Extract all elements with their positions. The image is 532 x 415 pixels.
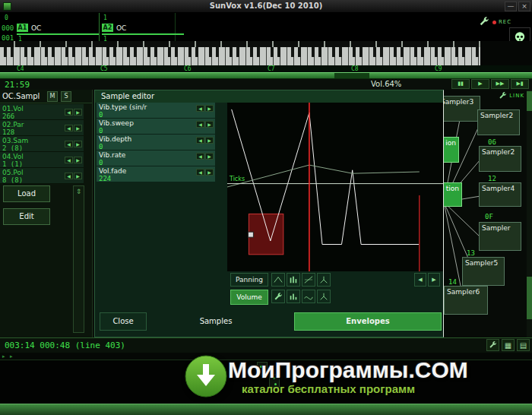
panning-envelope-button[interactable]: Panning (230, 273, 268, 287)
envelope-prev-icon[interactable]: ◀ (414, 273, 426, 287)
edit-button[interactable]: Edit (3, 208, 50, 225)
module-box-sampler[interactable]: Sampler (479, 222, 521, 251)
pattern-grid-icon[interactable]: ▦ (502, 339, 515, 351)
envelope-tool-smooth-icon[interactable] (302, 290, 315, 303)
envelopes-tab[interactable]: Envelopes (294, 312, 442, 331)
pattern-block-a1[interactable]: A1 (17, 24, 28, 32)
close-button[interactable]: × (518, 2, 530, 11)
modules-toolbar[interactable]: LINK (499, 91, 524, 100)
controller-item[interactable]: 05.Pol 8 (8) ◀ ▶ (0, 168, 84, 184)
pattern-sprite[interactable] (257, 362, 268, 375)
decrement-icon[interactable]: ◀ (65, 109, 73, 116)
mark-icon: ▸ (2, 353, 5, 360)
increment-icon[interactable]: ▶ (74, 109, 82, 116)
modules-scrollbar[interactable] (527, 90, 532, 337)
envelope-tool-bars-icon[interactable] (287, 290, 300, 303)
editor-control[interactable]: Vib.sweep 0 ◀ ▶ (97, 119, 215, 135)
envelope-next-icon[interactable]: ▶ (428, 273, 440, 287)
controller-item[interactable]: 03.Sam 2 (8) ◀ ▶ (0, 136, 84, 152)
module-box-selected-partial[interactable]: ion (444, 137, 459, 163)
decrement-icon[interactable]: ◀ (65, 157, 73, 163)
module-box-selected-partial2[interactable]: tion (444, 182, 462, 207)
increment-icon[interactable]: ▶ (74, 141, 82, 147)
envelope-tool-wrench-icon[interactable] (271, 290, 285, 303)
module-box-sampler2-top[interactable]: Sampler2 (477, 109, 520, 135)
increment-icon[interactable]: ▶ (205, 121, 214, 128)
envelope-preset-ramp-icon[interactable] (302, 273, 315, 287)
control-value: 0 (99, 143, 103, 150)
pattern-sprite[interactable] (269, 374, 280, 388)
mute-button[interactable]: M (47, 91, 58, 102)
fast-forward-button[interactable]: ▶▶ (491, 79, 509, 89)
song-pattern-area[interactable] (0, 360, 532, 404)
controller-value: 128 (2, 128, 14, 136)
controller-item[interactable]: 02.Par 128 ◀ ▶ (0, 120, 84, 136)
samples-tab[interactable]: Samples (182, 312, 250, 331)
scroll-thumb[interactable] (527, 91, 532, 111)
wrench-icon[interactable] (477, 15, 491, 27)
increment-icon[interactable]: ▶ (74, 157, 82, 163)
decrement-icon[interactable]: ◀ (65, 173, 73, 179)
play-button[interactable]: ▶ (471, 79, 489, 89)
module-box-sampler2[interactable]: Sampler2 (479, 146, 521, 172)
solo-button[interactable]: S (61, 91, 71, 102)
module-box-sampler5[interactable]: Sampler5 (462, 257, 505, 286)
envelope-graph[interactable]: Ticks (227, 103, 443, 271)
controller-scrollbar[interactable]: ⇕ (73, 185, 84, 333)
wrench-icon[interactable] (486, 339, 499, 351)
editor-control[interactable]: Vib.depth 0 ◀ ▶ (97, 135, 215, 150)
close-editor-button[interactable]: Close (100, 312, 147, 331)
envelope-tool-fork-icon[interactable] (317, 290, 331, 303)
module-number: 13 (467, 249, 475, 257)
song-scrollbar[interactable] (0, 404, 532, 415)
module-title: OC.Sampl (2, 92, 40, 100)
pause-button[interactable]: ▮▮ (451, 79, 470, 89)
minimize-button[interactable]: — (505, 2, 517, 11)
control-label: Vib.depth (99, 135, 131, 143)
load-button[interactable]: Load (3, 185, 50, 202)
module-box-sampler6[interactable]: Sampler6 (444, 286, 488, 315)
increment-icon[interactable]: ▶ (205, 137, 214, 144)
pattern-timeline[interactable]: 0 1 000 001 A1 OC A2 OC 1 1 REC (0, 13, 532, 41)
window-titlebar: SunVox v1.6(Dec 10 2010) — × (0, 0, 532, 13)
decrement-icon[interactable]: ◀ (196, 153, 204, 160)
volume-display[interactable]: Vol.64% (371, 80, 401, 88)
editor-control[interactable]: Vol.fade 224 ◀ ▶ (97, 166, 215, 182)
module-number: 12 (488, 175, 496, 182)
decrement-icon[interactable]: ◀ (65, 141, 73, 147)
envelope-preset-bars-icon[interactable] (287, 273, 300, 287)
increment-icon[interactable]: ▶ (205, 105, 214, 112)
editor-control[interactable]: Vib.type (sin/r 0 ◀ ▶ (97, 103, 215, 119)
sample-editor-window: Sample editor Vib.type (sin/r 0 ◀ ▶ Vib.… (94, 90, 444, 337)
decrement-icon[interactable]: ◀ (196, 169, 204, 176)
piano-keyboard[interactable] (0, 47, 480, 65)
modules-panel[interactable]: LINK Sampler3 Sampler2 ion 06 Sampler2 1… (444, 90, 532, 337)
controller-item[interactable]: 04.Vol 1 (1) ◀ ▶ (0, 152, 84, 168)
module-box-sampler4[interactable]: Sampler4 (479, 182, 521, 207)
controller-value: 266 (2, 112, 14, 120)
scroll-thumb[interactable] (527, 277, 532, 319)
envelope-plot[interactable] (227, 103, 443, 271)
increment-icon[interactable]: ▶ (205, 153, 214, 160)
keyboard-scroll-notch (334, 73, 369, 78)
module-box-sampler3[interactable]: Sampler3 (444, 96, 480, 122)
volume-envelope-button[interactable]: Volume (230, 290, 268, 305)
decrement-icon[interactable]: ◀ (196, 137, 204, 144)
increment-icon[interactable]: ▶ (205, 169, 214, 176)
increment-icon[interactable]: ▶ (74, 125, 82, 131)
keyboard-scrollbar[interactable] (0, 72, 532, 79)
window-title: SunVox v1.6(Dec 10 2010) (0, 2, 532, 10)
pattern-list-icon[interactable]: ▤ (517, 339, 530, 351)
rec-indicator[interactable]: REC (492, 19, 511, 25)
decrement-icon[interactable]: ◀ (196, 105, 204, 112)
controller-item[interactable]: 01.Vol 266 ◀ ▶ (0, 104, 84, 120)
editor-control[interactable]: Vib.rate 0 ◀ ▶ (97, 150, 215, 166)
decrement-icon[interactable]: ◀ (65, 125, 73, 131)
envelope-preset-fork-icon[interactable] (317, 273, 331, 287)
keyboard-right-gap (480, 41, 532, 65)
pattern-block-a2[interactable]: A2 (102, 24, 113, 32)
increment-icon[interactable]: ▶ (74, 173, 82, 179)
envelope-preset-peak-icon[interactable] (271, 273, 285, 287)
play-from-cursor-button[interactable]: ▶▮ (511, 79, 529, 89)
decrement-icon[interactable]: ◀ (196, 121, 204, 128)
